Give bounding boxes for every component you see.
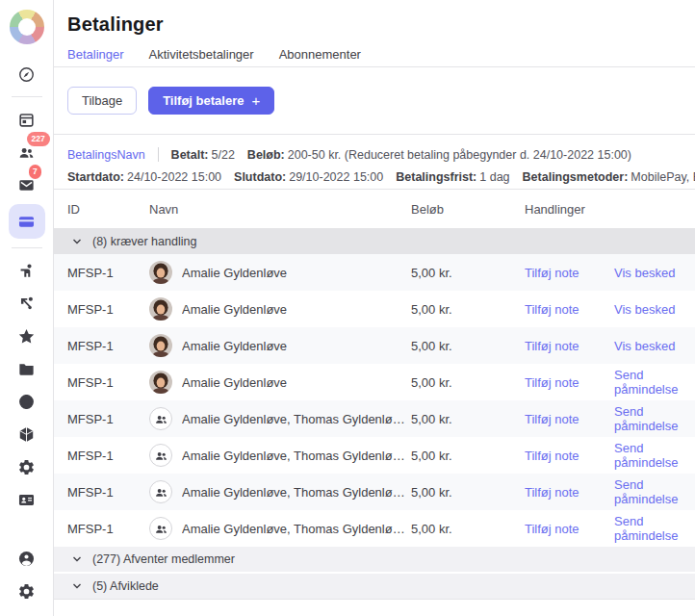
back-button[interactable]: Tilbage (67, 87, 137, 115)
row-action-link[interactable]: Vis besked (614, 339, 675, 353)
tab-aktivitetsbetalinger[interactable]: Aktivitetsbetalinger (149, 47, 254, 69)
sidebar-item-calendar[interactable] (10, 106, 44, 133)
sidebar-item-settings[interactable] (10, 578, 44, 604)
globe-icon (17, 393, 36, 411)
group-avatar-icon (149, 407, 172, 430)
add-note-link[interactable]: Tilføj note (525, 412, 579, 426)
table-row[interactable]: MFSP-1 Amalie Gyldenløve 5,00 kr. Tilføj… (54, 327, 695, 364)
end-date: Slutdato:29/10-2022 15:00 (234, 170, 383, 184)
add-note-link[interactable]: Tilføj note (525, 522, 579, 536)
row-action-link[interactable]: Vis besked (614, 302, 675, 317)
member-name: Amalie Gyldenløve (182, 339, 287, 353)
group-avatar-icon (149, 444, 172, 467)
page-title: Betalinger (67, 13, 682, 36)
tab-abonnementer[interactable]: Abonnementer (279, 47, 361, 69)
add-note-link[interactable]: Tilføj note (525, 485, 579, 500)
row-id: MFSP-1 (67, 302, 149, 317)
vertical-divider (158, 147, 159, 162)
add-note-link[interactable]: Tilføj note (525, 302, 579, 317)
add-payers-label: Tilføj betalere (163, 93, 244, 108)
sidebar-item-members[interactable]: 227 (10, 139, 44, 166)
member-avatar (149, 334, 172, 357)
row-id: MFSP-1 (67, 485, 149, 500)
payment-summary-line2: Startdato:24/10-2022 15:00 Slutdato:29/1… (67, 166, 682, 188)
row-action-link[interactable]: Send påmindelse (614, 477, 679, 506)
sidebar-item-automation[interactable] (10, 453, 44, 480)
table-row[interactable]: MFSP-1 Amalie Gyldenløve, Thomas Gyldenl… (54, 474, 695, 510)
start-date: Startdato:24/10-2022 15:00 (67, 170, 221, 184)
row-amount: 5,00 kr. (411, 485, 525, 500)
row-action-link[interactable]: Vis besked (614, 266, 675, 280)
add-note-link[interactable]: Tilføj note (525, 339, 579, 353)
tab-betalinger[interactable]: Betalinger (67, 47, 124, 69)
member-avatar (149, 261, 172, 284)
payment-name-link[interactable]: BetalingsNavn (67, 148, 145, 162)
table-body: MFSP-1 Amalie Gyldenløve 5,00 kr. Tilføj… (54, 254, 695, 547)
row-action-link[interactable]: Send påmindelse (614, 404, 679, 433)
table-row[interactable]: MFSP-1 Amalie Gyldenløve, Thomas Gyldenl… (54, 437, 695, 474)
group-header-completed[interactable]: (5) Afviklede (54, 574, 695, 599)
sidebar-item-contacts[interactable] (10, 486, 44, 513)
group-header-awaiting-members[interactable]: (277) Afventer medlemmer (54, 547, 695, 572)
inbox-badge: 7 (29, 165, 42, 179)
group-avatar-icon (149, 480, 172, 503)
amount-info: Beløb:200-50 kr. (Reduceret betaling påb… (247, 148, 631, 162)
sidebar-item-files[interactable] (10, 355, 44, 382)
sidebar-item-dashboard[interactable] (10, 61, 44, 88)
person-giving-icon (17, 262, 36, 280)
calendar-icon (17, 111, 36, 129)
sidebar-item-inbox[interactable]: 7 (10, 171, 44, 198)
member-avatar (149, 371, 172, 394)
tab-bar: Betalinger Aktivitetsbetalinger Abonneme… (67, 47, 682, 69)
member-avatar (149, 297, 172, 321)
payment-summary-line1: BetalingsNavn Betalt:5/22 Beløb:200-50 k… (67, 143, 682, 166)
chevron-down-icon (72, 581, 82, 591)
row-id: MFSP-1 (67, 412, 149, 426)
table-row[interactable]: MFSP-1 Amalie Gyldenløve, Thomas Gyldenl… (54, 510, 695, 547)
column-header-name: Navn (149, 202, 411, 217)
group-avatar-icon (149, 517, 172, 540)
payment-deadline: Betalingsfrist:1 dag (396, 170, 509, 184)
table-row[interactable]: MFSP-1 Amalie Gyldenløve 5,00 kr. Tilføj… (54, 254, 695, 291)
club-logo[interactable] (10, 10, 44, 44)
sidebar-item-structure[interactable] (10, 290, 44, 317)
chevron-down-icon (72, 554, 82, 564)
account-circle-icon (17, 550, 36, 568)
add-payers-button[interactable]: Tilføj betalere + (148, 87, 274, 115)
payment-summary: BetalingsNavn Betalt:5/22 Beløb:200-50 k… (54, 135, 695, 190)
row-amount: 5,00 kr. (411, 266, 525, 280)
row-amount: 5,00 kr. (411, 412, 525, 426)
toolbar: Tilbage Tilføj betalere + (54, 67, 695, 135)
row-amount: 5,00 kr. (411, 375, 525, 390)
group-label: (8) kræver handling (92, 235, 196, 248)
sidebar-item-payments[interactable] (9, 204, 45, 239)
sidebar-item-volunteer[interactable] (10, 257, 44, 284)
app-window: 227 7 (0, 0, 695, 616)
column-header-actions: Handlinger (525, 202, 682, 217)
folder-icon (17, 360, 36, 378)
table-row[interactable]: MFSP-1 Amalie Gyldenløve 5,00 kr. Tilføj… (54, 291, 695, 327)
member-name: Amalie Gyldenløve, Thomas Gyldenløve, Lu… (182, 412, 411, 426)
sidebar-item-account[interactable] (10, 545, 44, 572)
sidebar: 227 7 (0, 0, 54, 616)
add-note-link[interactable]: Tilføj note (525, 449, 579, 463)
row-id: MFSP-1 (67, 522, 149, 536)
sidebar-item-website[interactable] (10, 388, 44, 415)
main-content: Betalinger Betalinger Aktivitetsbetaling… (54, 0, 695, 616)
add-note-link[interactable]: Tilføj note (525, 266, 579, 280)
row-action-link[interactable]: Send påmindelse (614, 514, 679, 543)
sidebar-item-products[interactable] (10, 421, 44, 448)
table-row[interactable]: MFSP-1 Amalie Gyldenløve, Thomas Gyldenl… (54, 400, 695, 437)
group-header-requires-action[interactable]: (8) kræver handling (54, 228, 695, 254)
row-id: MFSP-1 (67, 375, 149, 390)
table-row[interactable]: MFSP-1 Amalie Gyldenløve 5,00 kr. Tilføj… (54, 364, 695, 400)
chevron-down-icon (72, 237, 82, 246)
row-action-link[interactable]: Send påmindelse (614, 368, 679, 397)
sidebar-divider (12, 96, 42, 97)
row-id: MFSP-1 (67, 339, 149, 353)
package-icon (17, 425, 36, 444)
sidebar-item-favorites[interactable] (10, 322, 44, 349)
row-amount: 5,00 kr. (411, 302, 525, 317)
add-note-link[interactable]: Tilføj note (525, 375, 579, 390)
row-action-link[interactable]: Send påmindelse (614, 441, 679, 470)
